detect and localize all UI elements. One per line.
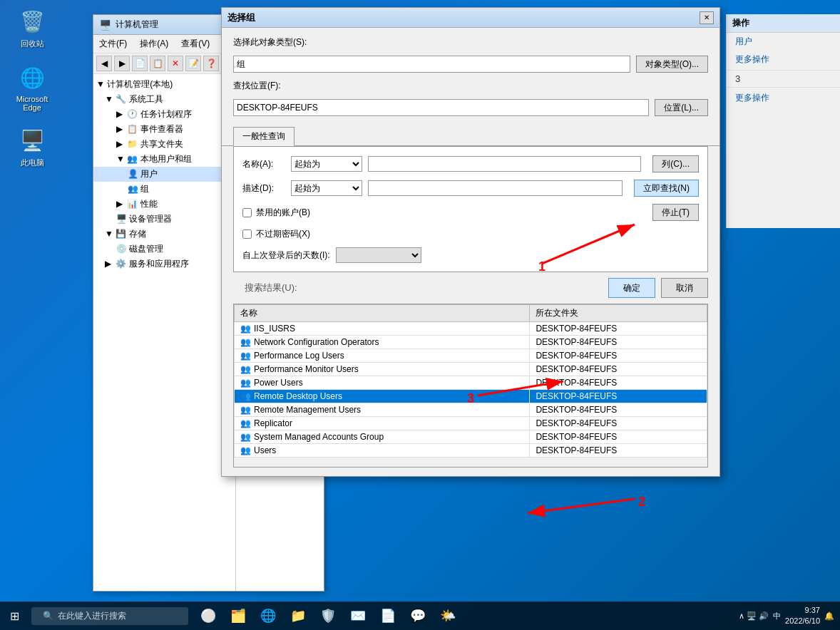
stop-button[interactable]: 停止(T) [652, 204, 699, 221]
tree-storage[interactable]: ▼ 💾 存储 [93, 227, 235, 242]
result-name: 👥Remote Management Users [235, 403, 530, 417]
taskbar-mail[interactable]: ✉️ [344, 601, 372, 630]
table-row[interactable]: 👥IIS_IUSRS DESKTOP-84FEUFS [235, 322, 707, 336]
table-row[interactable]: 👥System Managed Accounts Group DESKTOP-8… [235, 430, 707, 444]
clock-time: 9:37 [785, 605, 820, 616]
tab-bar: 一般性查询 [222, 125, 719, 146]
taskbar-search-icon[interactable]: ⚪ [194, 601, 222, 630]
desc-query-input[interactable] [368, 180, 623, 196]
start-button[interactable]: ⊞ [0, 601, 29, 630]
result-name: 👥Performance Log Users [235, 349, 530, 363]
menu-file[interactable]: 文件(F) [96, 36, 130, 51]
result-folder: DESKTOP-84FEUFS [530, 390, 707, 403]
tree-users[interactable]: 👤 用户 [93, 167, 235, 182]
days-row: 自上次登录后的天数(I): [242, 247, 699, 263]
taskbar-edge[interactable]: 🌐 [254, 601, 282, 630]
days-label: 自上次登录后的天数(I): [242, 249, 330, 262]
ops-more-2[interactable]: 更多操作 [727, 89, 840, 107]
tab-general[interactable]: 一般性查询 [233, 127, 294, 146]
table-row[interactable]: 👥Performance Log Users DESKTOP-84FEUFS [235, 349, 707, 363]
result-name: 👥Performance Monitor Users [235, 363, 530, 376]
menu-action[interactable]: 操作(A) [137, 36, 171, 51]
dialog-close-button[interactable]: ✕ [700, 11, 714, 24]
desc-starts-select[interactable]: 起始为 [291, 180, 362, 196]
tree-task-scheduler[interactable]: ▶ 🕐 任务计划程序 [93, 107, 235, 122]
object-type-button[interactable]: 对象类型(O)... [636, 56, 708, 73]
forward-button[interactable]: ▶ [114, 56, 130, 71]
taskbar-sys-icons: ∧ 🖥️ 🔊 [739, 611, 769, 621]
result-folder: DESKTOP-84FEUFS [530, 417, 707, 430]
result-name: 👥System Managed Accounts Group [235, 430, 530, 444]
result-folder: DESKTOP-84FEUFS [530, 376, 707, 390]
location-label: 查找位置(F): [233, 80, 290, 92]
result-folder: DESKTOP-84FEUFS [530, 363, 707, 376]
tree-system-tools[interactable]: ▼ 🔧 系统工具 [93, 92, 235, 107]
menu-view[interactable]: 查看(V) [178, 36, 212, 51]
results-label-top: 搜索结果(U): [233, 282, 297, 294]
object-type-input-row: 对象类型(O)... [233, 56, 708, 73]
no-expire-pwd-checkbox[interactable] [242, 229, 252, 239]
location-input[interactable] [233, 99, 649, 116]
table-row[interactable]: 👥Performance Monitor Users DESKTOP-84FEU… [235, 363, 707, 376]
object-type-input[interactable] [233, 56, 630, 73]
location-input-row: 位置(L)... [233, 99, 708, 116]
disabled-accounts-checkbox[interactable] [242, 208, 252, 217]
col-button[interactable]: 列(C)... [652, 155, 699, 172]
cm-sidebar: ▼ 计算机管理(本地) ▼ 🔧 系统工具 ▶ 🕐 任务计划程序 ▶ 📋 事件查看… [93, 74, 236, 591]
immediately-button[interactable]: 立即查找(N) [634, 180, 699, 197]
back-button[interactable]: ◀ [96, 56, 112, 71]
this-pc-icon[interactable]: 🖥️ 此电脑 [7, 126, 57, 168]
tree-disk-mgmt[interactable]: 💿 磁盘管理 [93, 242, 235, 257]
checkbox-row: 禁用的账户(B) 停止(T) [242, 204, 699, 221]
table-row[interactable]: 👥Network Configuration Operators DESKTOP… [235, 336, 707, 349]
taskbar-explorer[interactable]: 📁 [284, 601, 312, 630]
show-hide-button[interactable]: 📋 [150, 56, 165, 71]
tree-root[interactable]: ▼ 计算机管理(本地) [93, 77, 235, 92]
results-container[interactable]: 名称 所在文件夹 👥IIS_IUSRS DESKTOP-84FEUFS 👥Net… [233, 304, 708, 468]
tree-event-viewer[interactable]: ▶ 📋 事件查看器 [93, 122, 235, 137]
table-row[interactable]: 👥Users DESKTOP-84FEUFS [235, 444, 707, 458]
delete-button[interactable]: ✕ [168, 56, 183, 71]
results-table: 名称 所在文件夹 👥IIS_IUSRS DESKTOP-84FEUFS 👥Net… [234, 304, 707, 458]
taskbar-weather[interactable]: 🌤️ [434, 601, 462, 630]
ops-users[interactable]: 用户 [727, 33, 840, 51]
help-button[interactable]: ❓ [203, 56, 219, 71]
operations-panel: 操作 用户 更多操作 3 更多操作 [726, 14, 840, 228]
days-select[interactable] [336, 247, 421, 263]
tree-performance[interactable]: ▶ 📊 性能 [93, 197, 235, 212]
location-button[interactable]: 位置(L)... [655, 99, 708, 116]
edge-icon[interactable]: 🌐 Microsoft Edge [7, 63, 57, 112]
dialog-title: 选择组 [227, 11, 700, 24]
tree-local-users[interactable]: ▼ 👥 本地用户和组 [93, 152, 235, 167]
table-row[interactable]: 👥Remote Management Users DESKTOP-84FEUFS [235, 403, 707, 417]
search-bar[interactable]: 🔍 在此键入进行搜索 [31, 607, 188, 625]
ok-button[interactable]: 确定 [608, 278, 655, 298]
ops-more-1[interactable]: 更多操作 [727, 51, 840, 68]
tree-shared-folders[interactable]: ▶ 📁 共享文件夹 [93, 137, 235, 152]
result-folder: DESKTOP-84FEUFS [530, 444, 707, 458]
taskbar-notification[interactable]: 🔔 [824, 611, 834, 621]
tree-services[interactable]: ▶ ⚙️ 服务和应用程序 [93, 257, 235, 272]
recycle-bin-label: 回收站 [21, 38, 44, 49]
recycle-bin-icon[interactable]: 🗑️ 回收站 [7, 7, 57, 49]
result-folder: DESKTOP-84FEUFS [530, 403, 707, 417]
props-button[interactable]: 📝 [185, 56, 201, 71]
taskbar-task-view[interactable]: 🗂️ [224, 601, 252, 630]
taskbar-notepad[interactable]: 📄 [374, 601, 402, 630]
name-starts-select[interactable]: 起始为 [291, 156, 362, 172]
table-row[interactable]: 👥Remote Desktop Users DESKTOP-84FEUFS [235, 390, 707, 403]
tree-groups[interactable]: 👥 组 [93, 182, 235, 197]
svg-line-3 [528, 499, 635, 513]
ops-header: 操作 [727, 14, 840, 33]
svg-text:2: 2 [638, 495, 645, 509]
table-row[interactable]: 👥Power Users DESKTOP-84FEUFS [235, 376, 707, 390]
taskbar-store[interactable]: 🛡️ [314, 601, 342, 630]
cancel-button[interactable]: 取消 [661, 278, 708, 298]
up-button[interactable]: 📄 [132, 56, 148, 71]
taskbar-teams[interactable]: 💬 [404, 601, 432, 630]
table-row[interactable]: 👥Replicator DESKTOP-84FEUFS [235, 417, 707, 430]
ops-separator-2 [727, 87, 840, 88]
disabled-accounts-label: 禁用的账户(B) [256, 207, 310, 219]
name-query-input[interactable] [368, 156, 641, 172]
tree-device-manager[interactable]: 🖥️ 设备管理器 [93, 212, 235, 227]
